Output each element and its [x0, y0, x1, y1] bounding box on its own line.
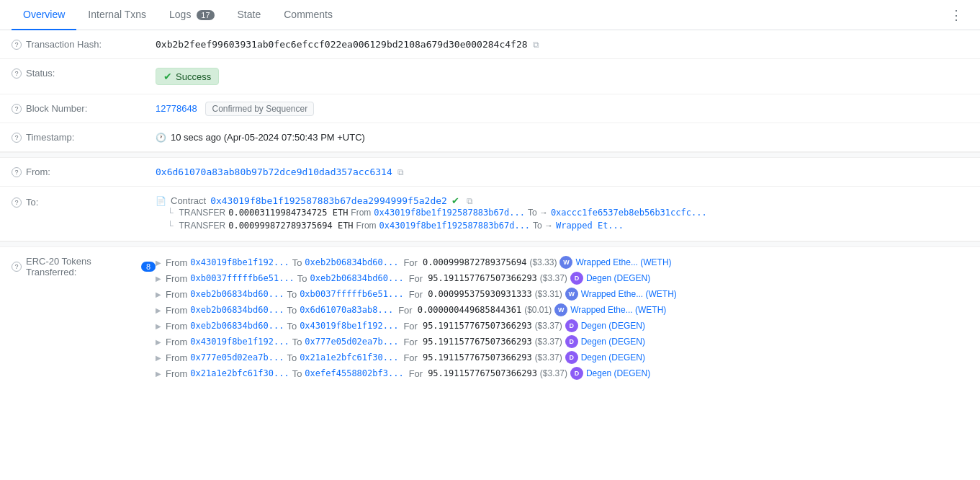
erc20-usd-3: ($3.31) [535, 289, 562, 299]
erc20-transfer-7: ▶ From 0x777e05d02ea7b... To 0x21a1e2bfc… [156, 351, 968, 364]
from-label: ? From: [12, 166, 156, 177]
block-number-link[interactable]: 12778648 [156, 103, 197, 114]
transfer-label-1: TRANSFER [179, 208, 226, 218]
weth-icon-3: W [554, 303, 567, 316]
erc20-to-1[interactable]: 0xeb2b06834bd60... [305, 257, 398, 267]
erc20-to-8[interactable]: 0xefef4558802bf3... [305, 368, 403, 378]
erc20-amount-2: 95.191157767507366293 [428, 273, 537, 283]
erc20-to-6[interactable]: 0x777e05d02ea7b... [305, 337, 398, 347]
from-value: 0x6d61070a83ab80b97b72dce9d10dad357acc63… [156, 166, 968, 177]
clock-icon: 🕐 [156, 133, 166, 143]
erc20-to-5[interactable]: 0x43019f8be1f192... [300, 321, 398, 331]
status-value: ✔ Success [156, 68, 968, 85]
erc20-transfer-6: ▶ From 0x43019f8be1f192... To 0x777e05d0… [156, 335, 968, 348]
transfer-1: └ TRANSFER 0.000031199847347​25 ETH From… [156, 206, 968, 219]
erc20-usd-2: ($3.37) [540, 273, 567, 283]
erc20-token-4[interactable]: Wrapped Ethe... (WETH) [570, 305, 666, 315]
erc20-from-8[interactable]: 0x21a1e2bfc61f30... [190, 368, 289, 378]
to-value: 📄 Contract 0x43019f8be1f192587883b67dea2… [156, 195, 968, 232]
tree-branch-icon-2: └ [167, 221, 174, 231]
erc20-label: ? ERC-20 Tokens Transferred: 8 [12, 256, 156, 277]
degen-icon-5: D [570, 367, 583, 380]
tx-hash-help-icon[interactable]: ? [12, 40, 22, 50]
erc20-from-5[interactable]: 0xeb2b06834bd60... [190, 321, 284, 331]
erc20-row: ? ERC-20 Tokens Transferred: 8 ▶ From 0x… [0, 247, 980, 388]
contract-file-icon: 📄 [156, 196, 166, 206]
timestamp-label: ? Timestamp: [12, 132, 156, 143]
erc20-token-7[interactable]: Degen (DEGEN) [581, 352, 645, 363]
erc20-usd-8: ($3.37) [540, 368, 567, 378]
erc20-transfer-5: ▶ From 0xeb2b06834bd60... To 0x43019f8be… [156, 319, 968, 332]
transfer-amount-1: 0.000031199847347​25 ETH [228, 208, 348, 218]
to-contract-row: 📄 Contract 0x43019f8be1f192587883b67dea2… [156, 195, 968, 206]
erc20-token-8[interactable]: Degen (DEGEN) [586, 368, 650, 378]
from-copy-icon[interactable]: ⧉ [397, 167, 404, 177]
erc20-from-7[interactable]: 0x777e05d02ea7b... [190, 352, 284, 363]
transfer-from-addr-1[interactable]: 0x43019f8be1f192587883b67d... [374, 208, 525, 218]
erc20-to-7[interactable]: 0x21a1e2bfc61f30... [300, 352, 398, 363]
verified-check-icon: ✔ [451, 195, 459, 206]
erc20-to-3[interactable]: 0xb0037fffffb6e51... [300, 289, 404, 299]
more-options-button[interactable]: ⋮ [944, 4, 968, 26]
status-check-icon: ✔ [163, 71, 172, 82]
erc20-to-2[interactable]: 0xeb2b06834bd60... [310, 273, 404, 283]
erc20-transfer-2: ▶ From 0xb0037fffffb6e51... To 0xeb2b068… [156, 272, 968, 285]
erc20-amount-3: 0.000995375930931333 [428, 289, 532, 299]
content-area: ? Transaction Hash: 0xb2b2feef99603931ab… [0, 30, 980, 388]
erc20-usd-1: ($3.33) [529, 257, 557, 267]
transfer-to-addr-2[interactable]: Wrapped Et... [556, 221, 624, 231]
erc20-from-1[interactable]: 0x43019f8be1f192... [190, 257, 289, 267]
tab-logs[interactable]: Logs 17 [158, 0, 226, 30]
weth-icon-1: W [559, 256, 572, 269]
tree-branch-icon: └ [167, 208, 174, 218]
erc20-transfers-list: ▶ From 0x43019f8be1f192... To 0xeb2b0683… [156, 256, 968, 380]
status-help-icon[interactable]: ? [12, 68, 22, 79]
erc20-token-2[interactable]: Degen (DEGEN) [586, 273, 650, 283]
transfer-2: └ TRANSFER 0.000999872789375694 ETH From… [156, 219, 968, 232]
erc20-help-icon[interactable]: ? [12, 262, 22, 272]
contract-copy-icon[interactable]: ⧉ [467, 196, 473, 206]
erc20-from-6[interactable]: 0x43019f8be1f192... [190, 337, 289, 347]
contract-text: Contract [171, 195, 206, 206]
erc20-usd-6: ($3.37) [535, 337, 562, 347]
erc20-token-1[interactable]: Wrapped Ethe... (WETH) [575, 257, 671, 267]
erc20-to-4[interactable]: 0x6d61070a83ab8... [300, 305, 393, 315]
arrow-icon-6: ▶ [156, 338, 161, 346]
degen-icon-3: D [565, 335, 578, 348]
to-help-icon[interactable]: ? [12, 197, 22, 208]
to-label: ? To: [12, 195, 156, 208]
erc20-token-5[interactable]: Degen (DEGEN) [581, 321, 645, 331]
transfer-amount-2: 0.000999872789375694 ETH [228, 221, 353, 231]
erc20-usd-4: ($0.01) [524, 305, 552, 315]
from-help-icon[interactable]: ? [12, 167, 22, 177]
erc20-from-4[interactable]: 0xeb2b06834bd60... [190, 305, 284, 315]
erc20-amount-6: 95.191157767507366293 [423, 337, 532, 347]
erc20-token-3[interactable]: Wrapped Ethe... (WETH) [581, 289, 677, 299]
block-help-icon[interactable]: ? [12, 104, 22, 114]
erc20-usd-5: ($3.37) [535, 321, 562, 331]
block-number-label: ? Block Number: [12, 103, 156, 114]
transfer-from-addr-2[interactable]: 0x43019f8be1f192587883b67d... [379, 221, 531, 231]
degen-icon-4: D [565, 351, 578, 364]
erc20-transfer-4: ▶ From 0xeb2b06834bd60... To 0x6d61070a8… [156, 303, 968, 316]
transfer-label-2: TRANSFER [179, 221, 226, 231]
tab-state[interactable]: State [226, 0, 273, 30]
erc20-from-2[interactable]: 0xb0037fffffb6e51... [190, 273, 295, 283]
tx-hash-copy-icon[interactable]: ⧉ [533, 40, 539, 50]
tab-comments[interactable]: Comments [272, 0, 344, 30]
tab-overview[interactable]: Overview [12, 0, 76, 30]
arrow-icon-5: ▶ [156, 322, 161, 330]
tab-internal-txns[interactable]: Internal Txns [76, 0, 158, 30]
from-address-link[interactable]: 0x6d61070a83ab80b97b72dce9d10dad357acc63… [156, 166, 392, 177]
erc20-token-6[interactable]: Degen (DEGEN) [581, 337, 645, 347]
arrow-icon-2: ▶ [156, 275, 161, 283]
erc20-count-badge: 8 [141, 262, 156, 272]
contract-address-link[interactable]: 0x43019f8be1f192587883b67dea2994999f5a2d… [210, 195, 447, 206]
weth-icon-2: W [565, 288, 578, 301]
timestamp-help-icon[interactable]: ? [12, 133, 22, 143]
erc20-from-3[interactable]: 0xeb2b06834bd60... [190, 289, 284, 299]
erc20-transfer-3: ▶ From 0xeb2b06834bd60... To 0xb0037ffff… [156, 288, 968, 301]
transfer-to-addr-1[interactable]: 0xaccc1fe6537eb8eb56b31ccfc... [551, 208, 707, 218]
degen-icon-2: D [565, 319, 578, 332]
erc20-amount-7: 95.191157767507366293 [423, 352, 532, 363]
